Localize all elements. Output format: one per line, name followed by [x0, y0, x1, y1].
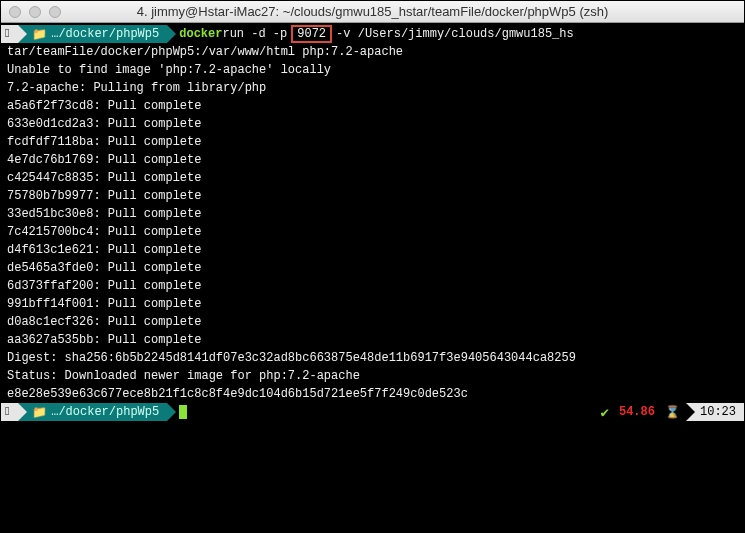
path-text: …/docker/phpWp5 [51, 405, 159, 419]
output-line: a5a6f2f73cd8: Pull complete [1, 97, 744, 115]
window-title: 4. jimmy@Hstar-iMac27: ~/clouds/gmwu185_… [1, 4, 744, 19]
folder-icon: 📁 [32, 27, 47, 42]
output-line: 991bff14f001: Pull complete [1, 295, 744, 313]
close-button[interactable] [9, 6, 21, 18]
command-text: docker run -d -p 9072 -v /Users/jimmy/cl… [167, 25, 573, 43]
output-line: 33ed51bc30e8: Pull complete [1, 205, 744, 223]
output-line: c425447c8835: Pull complete [1, 169, 744, 187]
path-segment: 📁 …/docker/phpWp5 [18, 25, 167, 43]
output-line: 6d373ffaf200: Pull complete [1, 277, 744, 295]
cmd-wrap: tar/teamFile/docker/phpWp5:/var/www/html… [1, 43, 744, 61]
output-line: Status: Downloaded newer image for php:7… [1, 367, 744, 385]
time-value: 10:23 [700, 405, 736, 419]
zoom-button[interactable] [49, 6, 61, 18]
output-line: d4f613c1e621: Pull complete [1, 241, 744, 259]
output-line: 7c4215700bc4: Pull complete [1, 223, 744, 241]
terminal-area[interactable]:  📁 …/docker/phpWp5 docker run -d -p 907… [1, 23, 744, 533]
minimize-button[interactable] [29, 6, 41, 18]
output-line: 7.2-apache: Pulling from library/php [1, 79, 744, 97]
apple-segment-bottom:  [1, 403, 18, 421]
apple-icon:  [5, 27, 12, 41]
traffic-lights [9, 6, 61, 18]
output-line: e8e28e539e63c677ece8b21f1c8c8f4e9dc104d6… [1, 385, 744, 403]
path-text: …/docker/phpWp5 [51, 27, 159, 41]
output-line: 4e7dc76b1769: Pull complete [1, 151, 744, 169]
output-line: d0a8c1ecf326: Pull complete [1, 313, 744, 331]
output-line: Unable to find image 'php:7.2-apache' lo… [1, 61, 744, 79]
window-titlebar: 4. jimmy@Hstar-iMac27: ~/clouds/gmwu185_… [1, 1, 744, 23]
status-bar:  📁 …/docker/phpWp5 ✔ 54.86 ⌛ 10:23 [1, 403, 744, 421]
output-line: aa3627a535bb: Pull complete [1, 331, 744, 349]
port-highlight: 9072 [291, 25, 332, 43]
cmd-args2: -v /Users/jimmy/clouds/gmwu185_hs [336, 27, 574, 41]
hourglass-icon: ⌛ [659, 405, 686, 420]
cmd-args1: run -d -p [222, 27, 287, 41]
output-line: Digest: sha256:6b5b2245d8141df07e3c32ad8… [1, 349, 744, 367]
path-segment-bottom: 📁 …/docker/phpWp5 [18, 403, 167, 421]
prompt-line:  📁 …/docker/phpWp5 docker run -d -p 907… [1, 25, 744, 43]
time-segment: 10:23 [686, 403, 744, 421]
check-icon: ✔ [595, 404, 615, 421]
apple-segment:  [1, 25, 18, 43]
output-line: 633e0d1cd2a3: Pull complete [1, 115, 744, 133]
cmd-docker: docker [179, 27, 222, 41]
cursor [179, 405, 187, 419]
output-line: fcdfdf7118ba: Pull complete [1, 133, 744, 151]
percent-value: 54.86 [615, 405, 659, 419]
output-line: de5465a3fde0: Pull complete [1, 259, 744, 277]
folder-icon: 📁 [32, 405, 47, 420]
apple-icon:  [5, 405, 12, 419]
output-line: 75780b7b9977: Pull complete [1, 187, 744, 205]
